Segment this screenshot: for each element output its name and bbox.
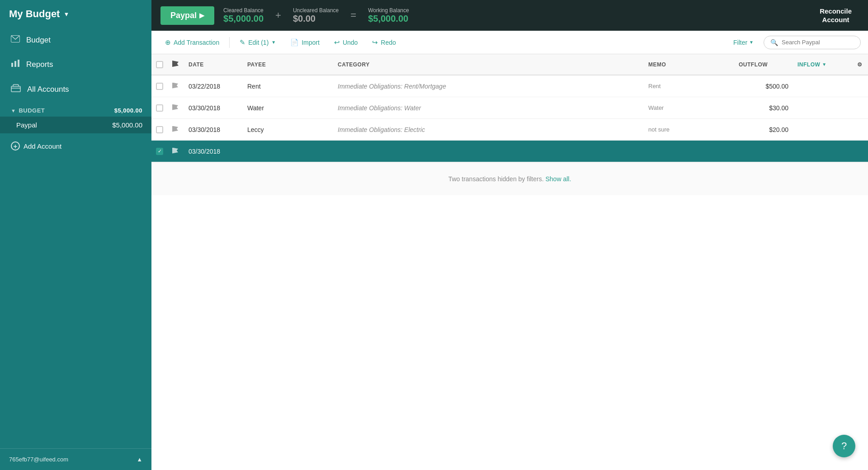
footer-chevron-icon[interactable]: ▲ xyxy=(137,456,142,463)
flag-header xyxy=(168,54,184,75)
flag-icon xyxy=(172,83,178,89)
row2-checkbox[interactable] xyxy=(156,104,163,112)
account-name: Paypal xyxy=(170,11,197,20)
cleared-balance-label: Cleared Balance xyxy=(223,7,264,14)
row4-checkbox-cell[interactable] xyxy=(151,143,168,160)
payee-header[interactable]: PAYEE xyxy=(243,55,333,74)
filter-button[interactable]: Filter ▼ xyxy=(728,36,759,49)
sidebar-chevron-icon: ▼ xyxy=(63,11,69,18)
memo-header[interactable]: MEMO xyxy=(644,55,734,74)
budget-section-amount: $5,000.00 xyxy=(114,107,142,114)
add-transaction-button[interactable]: ⊕ Add Transaction xyxy=(159,35,226,50)
sidebar-header[interactable]: My Budget ▼ xyxy=(0,0,151,28)
paypal-account-amount: $5,000.00 xyxy=(112,121,142,129)
plus-separator: + xyxy=(275,9,281,21)
undo-icon: ↩ xyxy=(334,38,340,47)
row1-flag-cell[interactable] xyxy=(168,78,184,94)
flag-icon xyxy=(172,104,178,110)
working-balance-block: Working Balance $5,000.00 xyxy=(368,7,409,24)
budget-chevron-icon: ▼ xyxy=(11,108,16,113)
search-box[interactable]: 🔍 xyxy=(764,36,861,49)
add-account-button[interactable]: + Add Account xyxy=(0,136,151,156)
row1-memo: Rent xyxy=(644,78,734,94)
row1-checkbox-cell[interactable] xyxy=(151,78,168,94)
row3-checkbox[interactable] xyxy=(156,126,163,133)
row2-flag-cell[interactable] xyxy=(168,100,184,116)
sidebar-reports-label: Reports xyxy=(26,60,53,69)
row4-memo xyxy=(644,147,734,156)
sidebar-account-paypal[interactable]: Paypal $5,000.00 xyxy=(0,117,151,133)
flag-header-icon xyxy=(172,61,179,67)
working-balance-amount: $5,000.00 xyxy=(368,14,409,24)
import-button[interactable]: 📄 Import xyxy=(284,35,326,50)
outflow-header[interactable]: OUTFLOW xyxy=(734,55,793,74)
row2-outflow: $30.00 xyxy=(734,100,793,116)
sidebar-title: My Budget xyxy=(9,8,60,20)
show-all-link[interactable]: Show all. xyxy=(545,175,571,183)
row4-payee xyxy=(243,147,333,156)
sidebar-item-reports[interactable]: Reports xyxy=(0,52,151,77)
table-row[interactable]: 03/22/2018 Rent Immediate Obligations: R… xyxy=(151,75,868,97)
accounts-icon xyxy=(11,84,21,94)
undo-button[interactable]: ↩ Undo xyxy=(328,35,364,50)
category-header[interactable]: CATEGORY xyxy=(333,55,644,74)
table-row[interactable]: 03/30/2018 xyxy=(151,141,868,162)
inflow-label: INFLOW xyxy=(797,61,820,68)
reconcile-button[interactable]: Reconcile Account xyxy=(812,2,859,29)
chart-icon xyxy=(11,59,20,70)
row2-checkbox-cell[interactable] xyxy=(151,100,168,116)
row4-settings xyxy=(852,147,868,156)
inflow-header[interactable]: INFLOW ▼ xyxy=(793,55,852,74)
sidebar: My Budget ▼ Budget Reports xyxy=(0,0,151,470)
edit-icon: ✎ xyxy=(240,38,245,47)
row4-checkbox[interactable] xyxy=(156,148,163,155)
add-transaction-icon: ⊕ xyxy=(165,38,171,47)
table-row[interactable]: 03/30/2018 Leccy Immediate Obligations: … xyxy=(151,119,868,141)
select-all-checkbox-cell[interactable] xyxy=(151,55,168,75)
budget-section-header: ▼ BUDGET $5,000.00 xyxy=(0,102,151,117)
search-input[interactable] xyxy=(782,39,854,46)
svg-rect-2 xyxy=(14,61,16,67)
cleared-balance-block: Cleared Balance $5,000.00 xyxy=(223,7,264,24)
select-all-checkbox[interactable] xyxy=(156,61,163,68)
envelope-icon xyxy=(11,35,20,45)
row1-inflow xyxy=(793,82,852,91)
redo-button[interactable]: ↪ Redo xyxy=(366,35,402,50)
sidebar-item-all-accounts[interactable]: All Accounts xyxy=(0,77,151,102)
table-header: DATE PAYEE CATEGORY MEMO OUTFLOW INFLOW … xyxy=(151,54,868,75)
question-mark-icon: ? xyxy=(841,440,847,452)
search-icon: 🔍 xyxy=(770,39,778,46)
row2-category: Immediate Obligations: Water xyxy=(333,100,644,116)
add-circle-icon: + xyxy=(11,141,20,150)
date-header[interactable]: DATE xyxy=(184,55,243,74)
inflow-sort-icon: ▼ xyxy=(822,62,826,67)
row3-settings xyxy=(852,125,868,134)
table-row[interactable]: 03/30/2018 Water Immediate Obligations: … xyxy=(151,97,868,119)
row1-payee: Rent xyxy=(243,78,333,94)
row1-checkbox[interactable] xyxy=(156,83,163,90)
hidden-notice-text: Two transactions hidden by filters. xyxy=(448,175,544,183)
col-settings-header[interactable]: ⚙ xyxy=(852,55,868,74)
help-button[interactable]: ? xyxy=(833,435,855,457)
toolbar: ⊕ Add Transaction ✎ Edit (1) ▼ 📄 Import … xyxy=(151,31,868,54)
uncleared-balance-label: Uncleared Balance xyxy=(293,7,339,14)
account-badge[interactable]: Paypal ▶ xyxy=(160,6,214,25)
flag-icon xyxy=(172,148,178,154)
row3-outflow: $20.00 xyxy=(734,122,793,138)
row3-flag-cell[interactable] xyxy=(168,122,184,138)
edit-dropdown-icon: ▼ xyxy=(271,40,276,45)
row2-settings xyxy=(852,103,868,113)
row3-checkbox-cell[interactable] xyxy=(151,122,168,138)
sidebar-budget-label: Budget xyxy=(26,36,51,45)
toolbar-separator-1 xyxy=(229,37,230,48)
edit-button[interactable]: ✎ Edit (1) ▼ xyxy=(233,35,282,50)
svg-rect-3 xyxy=(18,60,19,67)
row2-payee: Water xyxy=(243,100,333,116)
row3-category: Immediate Obligations: Electric xyxy=(333,122,644,138)
svg-rect-1 xyxy=(11,63,13,67)
row4-flag-cell[interactable] xyxy=(168,143,184,160)
import-icon: 📄 xyxy=(290,38,299,47)
sidebar-item-budget[interactable]: Budget xyxy=(0,28,151,52)
topbar: Paypal ▶ Cleared Balance $5,000.00 + Unc… xyxy=(151,0,868,31)
row3-inflow xyxy=(793,125,852,134)
